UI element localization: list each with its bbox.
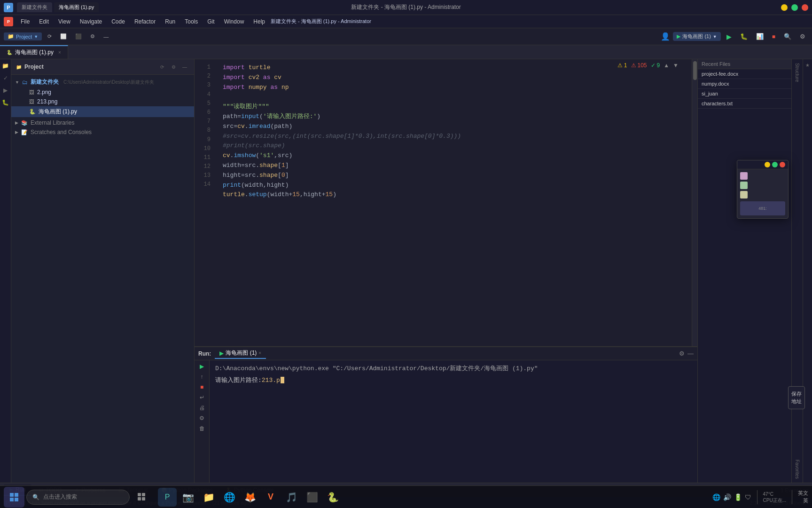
menu-window[interactable]: Window: [220, 17, 248, 26]
menu-edit[interactable]: Edit: [35, 17, 53, 26]
taskbar-clock[interactable]: 英文 英: [798, 490, 808, 504]
tree-item-py[interactable]: 🐍 海龟画图 (1).py: [11, 106, 194, 117]
right-dock: Structure Favorites: [791, 59, 803, 483]
dock-structure[interactable]: Structure: [794, 61, 801, 84]
run-settings2-button[interactable]: ⚙: [198, 414, 206, 422]
error-badge: ⚠ 105: [631, 62, 647, 69]
file-tab-main[interactable]: 🐍 海龟画图 (1).py ×: [0, 45, 68, 59]
code-editor[interactable]: 1 2 3 4 5 6 7 8 9 10 11 12 13 14: [195, 59, 697, 346]
taskbar-task-view[interactable]: [132, 487, 152, 508]
taskbar-firefox-app[interactable]: 🦊: [241, 488, 259, 507]
stop-button[interactable]: ■: [769, 32, 778, 41]
warning-icon: ⚠: [617, 62, 623, 69]
tree-item-scratches[interactable]: ▶ 📝 Scratches and Consoles: [11, 127, 194, 137]
run-button[interactable]: ▶: [724, 32, 734, 42]
tree-expand-icon2: ▶: [15, 130, 18, 135]
right-panel-file-2[interactable]: numpy.docx: [698, 79, 791, 89]
menu-file[interactable]: File: [17, 17, 33, 26]
sidebar-commit-icon[interactable]: ✓: [1, 73, 10, 83]
run-minimize-icon[interactable]: —: [687, 350, 694, 357]
app-logo: P: [4, 3, 13, 12]
scrollbar-right[interactable]: [692, 59, 697, 346]
minimize-button[interactable]: —: [781, 4, 788, 11]
menu-view[interactable]: View: [55, 17, 74, 26]
taskbar-pycharm-app[interactable]: P: [158, 488, 177, 507]
run-output[interactable]: D:\Anaconda\envs\new\python.exe "C:/User…: [210, 360, 697, 483]
expand-all-button[interactable]: ⬜: [57, 32, 70, 41]
project-sync-icon[interactable]: ⟳: [157, 62, 167, 71]
cursor-block: [281, 377, 284, 383]
sidebar-debug-icon[interactable]: 🐛: [1, 98, 10, 107]
fw-panel-label: 481:: [758, 206, 767, 211]
taskbar-chrome-app[interactable]: 🌐: [220, 488, 239, 507]
tray-battery-icon[interactable]: 🔋: [734, 493, 742, 501]
tree-item-2png[interactable]: 🖼 2.png: [11, 87, 194, 97]
fw-min-button[interactable]: [765, 162, 770, 167]
run-trash-button[interactable]: 🗑: [198, 424, 206, 433]
run-config-selector[interactable]: ▶ 海龟画图 (1) ▼: [673, 32, 720, 41]
scrollbar-thumb[interactable]: [693, 61, 697, 80]
warning-badge: ⚠ 1: [617, 62, 627, 69]
menu-code[interactable]: Code: [108, 17, 129, 26]
taskbar-v-app[interactable]: V: [261, 488, 280, 507]
run-scroll-up-button[interactable]: ↑: [198, 373, 206, 381]
taskbar-terminal-app[interactable]: ⬛: [303, 488, 321, 507]
fw-max-button[interactable]: [772, 162, 778, 167]
tree-item-extlib[interactable]: ▶ 📚 External Libraries: [11, 118, 194, 127]
sidebar-run-icon[interactable]: ▶: [1, 86, 10, 95]
project-selector[interactable]: 📁 Project ▼: [4, 32, 42, 40]
sidebar-project-icon[interactable]: 📁: [1, 61, 10, 71]
right-panel-file-3[interactable]: si_juan: [698, 89, 791, 99]
settings-main-button[interactable]: ⚙: [797, 32, 808, 41]
menu-git[interactable]: Git: [203, 17, 218, 26]
scroll-up-icon[interactable]: ▲: [664, 62, 669, 69]
save-line2: 地址: [791, 398, 802, 405]
taskbar-camera-app[interactable]: 📷: [179, 488, 197, 507]
run-tab-close-icon[interactable]: ×: [258, 350, 261, 356]
save-button-overlay[interactable]: 保存 地址: [788, 386, 805, 409]
taskbar-media-app[interactable]: 🎵: [282, 488, 301, 507]
menu-run[interactable]: Run: [161, 17, 179, 26]
menu-navigate[interactable]: Navigate: [76, 17, 106, 26]
search-everywhere-button[interactable]: 🔍: [781, 32, 794, 41]
taskbar-folder-app[interactable]: 📁: [199, 488, 218, 507]
settings-button[interactable]: ⚙: [87, 32, 98, 41]
fav-star-icon[interactable]: ★: [804, 61, 811, 69]
tree-item-root[interactable]: ▼ 🗂 新建文件夹 C:\Users\Administrator\Desktop…: [11, 77, 194, 87]
debug-button[interactable]: 🐛: [737, 32, 750, 41]
close-button[interactable]: ×: [802, 4, 808, 11]
collapse-all-button[interactable]: ⬛: [72, 32, 85, 41]
project-settings-icon[interactable]: ⚙: [169, 62, 178, 71]
menu-tools[interactable]: Tools: [181, 17, 202, 26]
run-wrap-button[interactable]: ↵: [198, 393, 206, 402]
run-settings-icon[interactable]: ⚙: [679, 350, 685, 357]
taskbar-start-button[interactable]: [4, 487, 24, 508]
right-panel-file-1[interactable]: project-fee.docx: [698, 69, 791, 79]
run-print-button[interactable]: 🖨: [198, 404, 206, 412]
run-tab-main[interactable]: ▶ 海龟画图 (1) ×: [215, 348, 266, 359]
taskbar-search-bar[interactable]: 🔍 点击进入搜索: [26, 490, 130, 505]
right-panel-file-4[interactable]: characters.txt: [698, 99, 791, 109]
profile-button[interactable]: 📊: [753, 32, 766, 41]
window-tab-file[interactable]: 海龟画图 (1).py: [54, 2, 99, 12]
taskbar-python-app[interactable]: 🐍: [323, 488, 342, 507]
code-lines[interactable]: import turtle import cv2 as cv import nu…: [218, 59, 692, 346]
tray-sound-icon[interactable]: 🔊: [723, 493, 731, 501]
menu-help[interactable]: Help: [250, 17, 269, 26]
dock-favorites[interactable]: Favorites: [794, 458, 801, 481]
run-panel: Run: ▶ 海龟画图 (1) × ⚙ — ▶: [195, 346, 697, 483]
menu-refactor[interactable]: Refactor: [131, 17, 159, 26]
close-panel-button[interactable]: —: [101, 32, 111, 41]
project-close-icon[interactable]: —: [180, 62, 189, 71]
sync-button[interactable]: ⟳: [45, 32, 55, 41]
tray-vpn-icon[interactable]: 🛡: [745, 493, 751, 501]
maximize-button[interactable]: □: [791, 4, 798, 11]
window-tab-folder[interactable]: 新建文件夹: [17, 2, 52, 12]
tray-network-icon[interactable]: 🌐: [712, 493, 720, 501]
scroll-down-icon[interactable]: ▼: [673, 62, 679, 69]
run-stop-button[interactable]: ■: [198, 383, 206, 391]
tree-item-213png[interactable]: 🖼 213.png: [11, 97, 194, 106]
file-tab-close[interactable]: ×: [58, 50, 61, 55]
fw-close-button[interactable]: [780, 162, 785, 167]
run-play-button[interactable]: ▶: [198, 362, 206, 371]
